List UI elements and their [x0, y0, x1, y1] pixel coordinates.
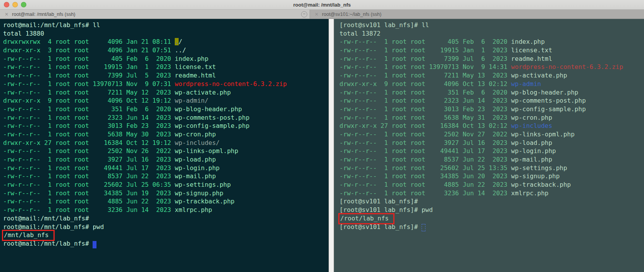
traffic-lights: [4, 2, 26, 7]
terminal-line: -rw-r--r-- 1 root root 19915 Jan 1 2023 …: [339, 46, 644, 55]
terminal-text: wp-comments-post.php: [175, 114, 250, 121]
terminal-text: wp-blog-header.php: [175, 105, 242, 113]
terminal-pane-right[interactable]: [root@sv101 lab_nfs]# lltotal 13872-rw-r…: [334, 19, 644, 272]
tab-root-sv101[interactable]: ✕ root@sv101:~/lab_nfs (ssh): [310, 10, 644, 19]
terminal-text: wp-comments-post.php: [511, 97, 586, 104]
terminal-text: drwxr-xr-x 27 root root 16384 Oct 12 19:…: [3, 139, 175, 146]
terminal-text: drwxrwxrwx 4 root root 4096 Jan 21 08:11: [3, 38, 175, 45]
terminal-line: -rw-r--r-- 1 root root 34385 Jun 20 2023…: [339, 172, 644, 181]
terminal-text: readme.html: [511, 55, 552, 62]
close-tab-icon[interactable]: ✕: [315, 12, 319, 17]
terminal-line: -rw-r--r-- 1 root root 8537 Jun 22 2023 …: [339, 155, 644, 164]
terminal-line: -rw-r--r-- 1 root root 3013 Feb 23 2023 …: [3, 122, 329, 130]
terminal-line: -rw-r--r-- 1 root root 2323 Jun 14 2023 …: [3, 114, 329, 122]
terminal-line: -rw-r--r-- 1 root root 7211 May 12 2023 …: [3, 88, 329, 97]
close-window-button[interactable]: [4, 2, 9, 7]
terminal-text: [root@sv101 lab_nfs]#: [339, 223, 422, 231]
terminal-text: -rw-r--r-- 1 root root 4885 Jun 22 2023: [339, 181, 511, 188]
terminal-line: -rw-r--r-- 1 root root 25602 Jul 25 13:3…: [339, 164, 644, 172]
terminal-text: -rw-r--r-- 1 root root 405 Feb 6 2020: [3, 55, 175, 62]
terminal-line: -rw-r--r-- 1 root root 405 Feb 6 2020 in…: [3, 55, 329, 63]
terminal-text: -rw-r--r-- 1 root root 49441 Jul 17 2023: [3, 164, 175, 172]
terminal-text: wp-activate.php: [511, 72, 567, 79]
tab-label: root@mail: /mnt/lab_nfs (ssh): [12, 12, 75, 17]
terminal-window: root@mail: /mnt/lab_nfs ✕ root@mail: /mn…: [0, 0, 644, 272]
terminal-text: root@mail:/mnt/lab_nfs# pwd: [3, 223, 104, 231]
terminal-text: wp-links-opml.php: [175, 147, 238, 155]
terminal-text: wp-settings.php: [511, 164, 567, 172]
terminal-line: total 13872: [339, 29, 644, 38]
terminal-text: wp-trackback.php: [175, 198, 234, 205]
terminal-text: -rw-r--r-- 1 root root 8537 Jun 22 2023: [339, 156, 511, 163]
terminal-text: -rw-r--r-- 1 root root 3927 Jul 16 2023: [3, 156, 175, 163]
terminal-text: wp-config-sample.php: [175, 122, 250, 129]
terminal-text: wp-mail.php: [175, 172, 216, 180]
close-tab-icon[interactable]: ✕: [5, 12, 9, 17]
terminal-text: -rw-r--r-- 1 root root 3013 Feb 23 2023: [339, 105, 511, 113]
terminal-line: root@mail:/mnt/lab_nfs# ll: [3, 21, 329, 29]
terminal-text: wordpress-no-content-6.3.2.zip: [175, 80, 287, 88]
tab-overflow-button[interactable]: ⋯: [299, 10, 310, 19]
terminal-text: -rw-r--r-- 1 root root 5638 May 30 2023: [3, 131, 175, 138]
terminal-line: -rw-r--r-- 1 root root 49441 Jul 17 2023…: [3, 164, 329, 172]
terminal-line: -rw-r--r-- 1 root root 405 Feb 6 2020 in…: [339, 38, 644, 46]
terminal-line: drwxrwxrwx 4 root root 4096 Jan 21 08:11…: [3, 38, 329, 46]
terminal-text: wp-activate.php: [175, 89, 231, 96]
terminal-line: -rw-r--r-- 1 root root 4885 Jun 22 2023 …: [339, 181, 644, 189]
terminal-text: -rw-r--r-- 1 root root 405 Feb 6 2020: [339, 38, 511, 45]
terminal-line: -rw-r--r-- 1 root root 49441 Jul 17 2023…: [339, 147, 644, 155]
terminal-text: -rw-r--r-- 1 root root 351 Feb 6 2020: [3, 105, 175, 113]
terminal-text: wp-cron.php: [175, 131, 216, 138]
terminal-line: -rw-r--r-- 1 root root 3927 Jul 16 2023 …: [339, 139, 644, 147]
terminal-line: [root@sv101 lab_nfs]#: [339, 197, 644, 206]
terminal-text: [root@sv101 lab_nfs]#: [339, 198, 418, 205]
terminal-line: -rw-r--r-- 1 root root 13970713 Nov 9 07…: [3, 80, 329, 88]
terminal-text: wp-signup.php: [175, 189, 223, 197]
terminal-line: /root/lab_nfs: [339, 214, 644, 223]
cursor-block: [93, 241, 96, 248]
terminal-text: wp-includes/: [175, 139, 220, 146]
tab-root-mail[interactable]: ✕ root@mail: /mnt/lab_nfs (ssh): [0, 10, 299, 19]
terminal-line: root@mail:/mnt/lab_nfs#: [3, 214, 329, 223]
terminal-line: [root@sv101 lab_nfs]#: [339, 223, 644, 231]
terminal-text: wp-load.php: [511, 139, 552, 146]
minimize-window-button[interactable]: [12, 2, 18, 7]
zoom-window-button[interactable]: [21, 2, 26, 7]
terminal-text: wp-login.php: [511, 147, 556, 155]
pane-divider[interactable]: [329, 19, 334, 272]
terminal-text: wp-cron.php: [511, 114, 552, 121]
terminal-pane-left[interactable]: root@mail:/mnt/lab_nfs# lltotal 13880drw…: [0, 19, 329, 272]
terminal-text: root@mail:/mnt/lab_nfs#: [3, 240, 93, 247]
terminal-text: wp-admin/: [175, 97, 208, 104]
terminal-text: -rw-r--r-- 1 root root 7211 May 12 2023: [3, 89, 175, 96]
terminal-line: -rw-r--r-- 1 root root 2502 Nov 27 2022 …: [339, 130, 644, 139]
terminal-text: -rw-r--r-- 1 root root 2323 Jun 14 2023: [339, 97, 511, 104]
terminal-text: xmlrpc.php: [511, 189, 548, 197]
terminal-line: -rw-r--r-- 1 root root 13970713 Nov 9 14…: [339, 63, 644, 71]
terminal-text: -rw-r--r-- 1 root root 7399 Jul 6 2023: [339, 55, 511, 62]
terminal-line: -rw-r--r-- 1 root root 2323 Jun 14 2023 …: [339, 96, 644, 105]
terminal-text: ../: [175, 46, 186, 54]
search-highlight: .: [175, 38, 179, 45]
terminal-line: [root@sv101 lab_nfs]# ll: [339, 21, 644, 29]
terminal-line: drwxr-xr-x 9 root root 4096 Oct 12 19:12…: [3, 96, 329, 105]
terminal-text: -rw-r--r-- 1 root root 3927 Jul 16 2023: [339, 139, 511, 146]
terminal-text: -rw-r--r-- 1 root root 2502 Nov 27 2022: [339, 131, 511, 138]
terminal-text: wp-trackback.php: [511, 181, 571, 188]
terminal-text: wp-login.php: [175, 164, 220, 172]
terminal-text: total 13880: [3, 30, 44, 37]
terminal-line: -rw-r--r-- 1 root root 34385 Jun 19 2023…: [3, 189, 329, 198]
terminal-text: license.txt: [175, 63, 216, 71]
terminal-line: -rw-r--r-- 1 root root 3236 Jun 14 2023 …: [339, 189, 644, 198]
terminal-text: -rw-r--r-- 1 root root 8537 Jun 22 2023: [3, 172, 175, 180]
terminal-text: wp-settings.php: [175, 181, 231, 188]
terminal-text: -rw-r--r-- 1 root root 25602 Jul 25 06:3…: [3, 181, 175, 188]
terminal-text: drwxr-xr-x 27 root root 16384 Oct 13 02:…: [339, 122, 511, 129]
window-title: root@mail: /mnt/lab_nfs: [0, 2, 644, 8]
terminal-text: -rw-r--r-- 1 root root 25602 Jul 25 13:3…: [339, 164, 511, 172]
terminal-line: -rw-r--r-- 1 root root 7399 Jul 6 2023 r…: [339, 55, 644, 63]
terminal-line: -rw-r--r-- 1 root root 2502 Nov 26 2022 …: [3, 147, 329, 155]
terminal-text: -rw-r--r-- 1 root root 2323 Jun 14 2023: [3, 114, 175, 121]
terminal-line: -rw-r--r-- 1 root root 19915 Jan 1 2023 …: [3, 63, 329, 71]
terminal-line: drwxr-xr-x 27 root root 16384 Oct 13 02:…: [339, 122, 644, 130]
